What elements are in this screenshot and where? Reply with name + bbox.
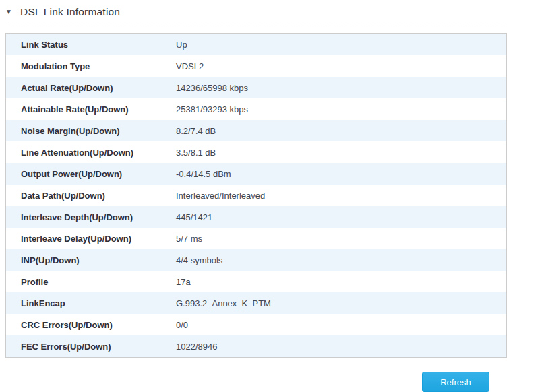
footer-bar: Refresh <box>5 372 507 392</box>
row-value: Up <box>176 40 506 50</box>
table-row: FEC Errors(Up/Down) 1022/8946 <box>6 335 506 357</box>
row-label: INP(Up/Down) <box>6 255 176 265</box>
row-label: Actual Rate(Up/Down) <box>6 83 176 93</box>
table-row: Attainable Rate(Up/Down) 25381/93293 kbp… <box>6 98 506 120</box>
table-row: INP(Up/Down) 4/4 symbols <box>6 249 506 271</box>
row-label: Interleave Depth(Up/Down) <box>6 212 176 222</box>
row-label: Attainable Rate(Up/Down) <box>6 104 176 115</box>
dsl-info-table: Link Status Up Modulation Type VDSL2 Act… <box>5 33 507 358</box>
row-value: 17a <box>176 277 506 287</box>
row-value: 5/7 ms <box>176 234 506 244</box>
row-label: Data Path(Up/Down) <box>6 191 176 201</box>
table-row: Profile 17a <box>6 271 506 292</box>
row-value: VDSL2 <box>176 61 506 71</box>
refresh-button[interactable]: Refresh <box>422 372 489 392</box>
row-value: 1022/8946 <box>176 341 506 352</box>
row-label: Line Attenuation(Up/Down) <box>6 148 176 158</box>
table-row: CRC Errors(Up/Down) 0/0 <box>6 314 506 335</box>
table-row: Modulation Type VDSL2 <box>6 55 506 77</box>
row-label: FEC Errors(Up/Down) <box>6 341 176 352</box>
table-row: Noise Margin(Up/Down) 8.2/7.4 dB <box>6 120 506 141</box>
row-value: 25381/93293 kbps <box>176 104 506 115</box>
row-label: Profile <box>6 277 176 287</box>
row-label: Output Power(Up/Down) <box>6 169 176 179</box>
row-label: LinkEncap <box>6 298 176 308</box>
row-value: 0/0 <box>176 320 506 330</box>
row-value: 8.2/7.4 dB <box>176 126 506 136</box>
table-row: Link Status Up <box>6 34 506 55</box>
row-value: -0.4/14.5 dBm <box>176 169 506 179</box>
row-value: 14236/65998 kbps <box>176 83 506 93</box>
row-label: Modulation Type <box>6 61 176 71</box>
table-row: Data Path(Up/Down) Interleaved/Interleav… <box>6 185 506 206</box>
row-label: Interleave Delay(Up/Down) <box>6 234 176 244</box>
table-row: Actual Rate(Up/Down) 14236/65998 kbps <box>6 77 506 98</box>
row-value: G.993.2_Annex_K_PTM <box>176 298 506 308</box>
row-label: Link Status <box>6 40 176 50</box>
section-header: ▼ DSL Link Information <box>5 0 507 24</box>
table-row: LinkEncap G.993.2_Annex_K_PTM <box>6 292 506 314</box>
row-label: CRC Errors(Up/Down) <box>6 320 176 330</box>
section-title: DSL Link Information <box>20 6 120 18</box>
table-row: Interleave Depth(Up/Down) 445/1421 <box>6 206 506 228</box>
collapse-arrow-icon[interactable]: ▼ <box>5 9 15 15</box>
table-row: Interleave Delay(Up/Down) 5/7 ms <box>6 228 506 249</box>
table-row: Output Power(Up/Down) -0.4/14.5 dBm <box>6 163 506 185</box>
table-row: Line Attenuation(Up/Down) 3.5/8.1 dB <box>6 141 506 163</box>
row-value: 445/1421 <box>176 212 506 222</box>
row-value: Interleaved/Interleaved <box>176 191 506 201</box>
row-value: 4/4 symbols <box>176 255 506 265</box>
row-label: Noise Margin(Up/Down) <box>6 126 176 136</box>
row-value: 3.5/8.1 dB <box>176 148 506 158</box>
